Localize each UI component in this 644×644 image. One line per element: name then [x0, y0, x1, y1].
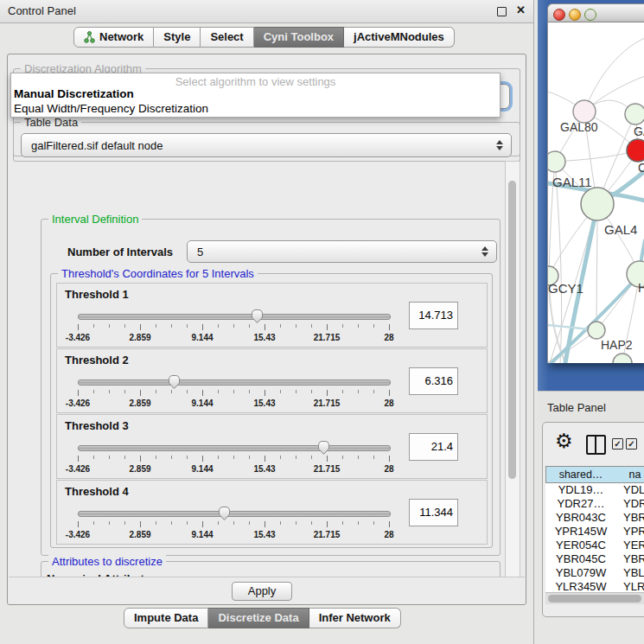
- slider-tick: [389, 521, 390, 527]
- tab-cyni-toolbox[interactable]: Cyni Toolbox: [254, 27, 344, 48]
- slider-scale-label: 21.715: [301, 464, 353, 474]
- table-row[interactable]: YLR345WYLR3: [545, 580, 644, 592]
- slider-scale-label: -3.426: [52, 399, 104, 408]
- tab-jactivemnodules[interactable]: jActiveMNodules: [344, 27, 455, 48]
- tab-style[interactable]: Style: [154, 27, 201, 48]
- checkbox-icon-2[interactable]: ✓: [626, 438, 637, 450]
- slider-tick: [218, 324, 219, 328]
- slider-scale-label: 15.43: [239, 333, 290, 342]
- slider-tick: [373, 521, 374, 525]
- slider-tick: [171, 456, 172, 459]
- tab-infer-network[interactable]: Infer Network: [309, 608, 401, 628]
- algorithm-option-manual[interactable]: Manual Discretization: [14, 87, 134, 100]
- tab-jactivemnodules-label: jActiveMNodules: [354, 28, 444, 47]
- slider-scale-label: 9.144: [176, 464, 228, 474]
- slider-tick: [93, 456, 94, 459]
- slider-scale-label: -3.426: [52, 333, 104, 342]
- slider-scale-label: -3.426: [52, 464, 104, 474]
- slider-tick: [218, 521, 219, 525]
- table-horizontal-scrollbar[interactable]: [545, 592, 644, 604]
- tab-discretize-data-label: Discretize Data: [218, 609, 298, 628]
- slider-scale-label: 2.859: [114, 333, 166, 342]
- tab-infer-network-label: Infer Network: [319, 609, 391, 628]
- node-bottom[interactable]: [613, 354, 632, 363]
- slider-thumb[interactable]: [168, 374, 181, 390]
- table-row[interactable]: YDL19…YDL1: [545, 483, 644, 497]
- apply-button[interactable]: Apply: [232, 582, 292, 601]
- node-gal11[interactable]: [548, 151, 565, 172]
- slider-track[interactable]: [78, 445, 391, 451]
- table-row[interactable]: YER054CYER0: [545, 539, 644, 552]
- threshold-2-slider[interactable]: -3.4262.8599.14415.4321.71528: [78, 375, 389, 411]
- slider-thumb[interactable]: [218, 506, 231, 521]
- network-view-canvas[interactable]: GAL80 GA C GAL11 GAL4 GCY1 H HAP2: [547, 22, 644, 363]
- table-row[interactable]: YBR045CYBR0: [545, 552, 644, 566]
- float-icon[interactable]: [497, 7, 507, 16]
- slider-tick: [280, 521, 281, 525]
- threshold-1-value-field[interactable]: 14.713: [409, 302, 458, 329]
- slider-tick: [187, 324, 188, 328]
- zoom-traffic-light-icon[interactable]: [584, 9, 596, 21]
- tab-select[interactable]: Select: [201, 27, 253, 48]
- slider-tick: [389, 456, 390, 462]
- table-row[interactable]: YBL079WYBL0: [545, 566, 644, 580]
- slider-track[interactable]: [78, 379, 391, 386]
- settings-scrollbar[interactable]: [505, 161, 520, 578]
- tab-impute-data[interactable]: Impute Data: [124, 608, 208, 628]
- column-header-name[interactable]: na: [615, 466, 644, 483]
- slider-thumb[interactable]: [251, 309, 264, 324]
- node-label-gal11: GAL11: [552, 175, 592, 189]
- slider-tick: [233, 324, 234, 328]
- slider-tick: [249, 521, 250, 525]
- slider-track[interactable]: [78, 511, 391, 517]
- slider-tick: [249, 324, 250, 328]
- tab-network[interactable]: Network: [73, 27, 154, 48]
- cell-shared-name: YBL079W: [545, 566, 616, 580]
- slider-tick: [311, 456, 312, 459]
- interval-definition-group-title: Interval Definition: [48, 213, 142, 226]
- table-row[interactable]: YPR145WYPR1: [545, 525, 644, 539]
- cell-name: YLR3: [616, 580, 644, 592]
- slider-tick: [187, 390, 188, 393]
- slider-tick: [296, 324, 296, 328]
- node-ga[interactable]: [625, 104, 644, 124]
- threshold-1-label: Threshold 1: [65, 288, 129, 301]
- threshold-4-slider[interactable]: -3.4262.8599.14415.4321.71528: [78, 507, 389, 543]
- slider-tick: [358, 521, 359, 525]
- threshold-3-label: Threshold 3: [65, 419, 129, 432]
- top-tab-bar: Network Style Select Cyni Toolbox jActiv…: [73, 27, 455, 48]
- close-icon[interactable]: ✕: [516, 3, 526, 16]
- node-table-rows[interactable]: YDL19…YDL1YDR27…YDR2YBR043CYBR0YPR145WYP…: [545, 483, 644, 592]
- gear-icon[interactable]: ⚙: [555, 430, 573, 453]
- table-scrollbar-thumb[interactable]: [548, 595, 641, 603]
- slider-scale-label: 2.859: [114, 530, 166, 539]
- slider-tick: [156, 456, 156, 459]
- threshold-3-slider[interactable]: -3.4262.8599.14415.4321.71528: [78, 441, 389, 477]
- control-panel: Control Panel ✕ Network Style Select Cyn…: [0, 0, 534, 644]
- node-gal4[interactable]: [581, 188, 614, 220]
- slider-thumb[interactable]: [317, 440, 330, 456]
- column-header-shared-name[interactable]: shared…: [545, 466, 616, 483]
- close-traffic-light-icon[interactable]: [553, 9, 565, 21]
- split-columns-icon[interactable]: [586, 435, 606, 455]
- slider-scale-label: -3.426: [52, 530, 104, 539]
- slider-track[interactable]: [78, 314, 391, 320]
- tab-style-label: Style: [163, 28, 190, 47]
- checkbox-icon-1[interactable]: ✓: [612, 438, 623, 450]
- tab-discretize-data[interactable]: Discretize Data: [208, 608, 309, 628]
- threshold-4-value-field[interactable]: 11.344: [409, 499, 458, 526]
- node-red-selected[interactable]: [627, 139, 644, 162]
- node-hap2[interactable]: [588, 322, 605, 339]
- number-of-intervals-combo[interactable]: 5: [187, 240, 497, 263]
- table-row[interactable]: YDR27…YDR2: [545, 497, 644, 511]
- network-window-titlebar[interactable]: [547, 3, 644, 22]
- table-row[interactable]: YBR043CYBR0: [545, 511, 644, 525]
- threshold-1-slider[interactable]: -3.4262.8599.14415.4321.71528: [78, 309, 389, 346]
- cell-shared-name: YDL19…: [545, 483, 616, 497]
- threshold-3-value-field[interactable]: 21.4: [409, 433, 458, 461]
- slider-tick: [93, 390, 94, 393]
- minimize-traffic-light-icon[interactable]: [569, 9, 581, 21]
- table-data-combo[interactable]: galFiltered.sif default node: [21, 133, 512, 157]
- algorithm-option-equal-width[interactable]: Equal Width/Frequency Discretization: [14, 102, 208, 115]
- threshold-2-value-field[interactable]: 6.316: [409, 367, 458, 395]
